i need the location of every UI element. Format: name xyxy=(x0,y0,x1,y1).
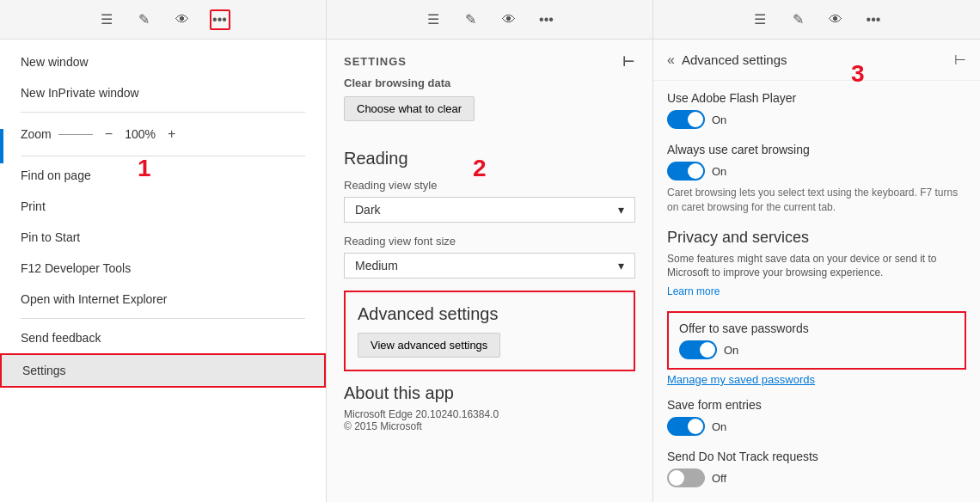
more-icon-3[interactable]: ••• xyxy=(863,9,884,30)
reading-font-dropdown[interactable]: Medium ▾ xyxy=(344,253,635,279)
advanced-pin-icon[interactable]: ⊢ xyxy=(954,52,966,68)
browser-menu-panel: ☰ ✎ 👁 ••• New window New InPrivate windo… xyxy=(0,0,327,502)
dnt-toggle-knob xyxy=(669,470,684,486)
menu-item-feedback[interactable]: Send feedback xyxy=(0,322,326,353)
menu-item-f12[interactable]: F12 Developer Tools xyxy=(0,253,326,284)
offer-passwords-toggle-knob xyxy=(700,342,715,358)
flash-state-label: On xyxy=(712,113,726,126)
menu-item-new-window[interactable]: New window xyxy=(0,46,326,77)
reading-icon-2[interactable]: 👁 xyxy=(499,9,519,30)
zoom-minus[interactable]: − xyxy=(100,125,118,144)
advanced-panel-header: « Advanced settings ⊢ xyxy=(653,40,980,81)
privacy-desc: Some features might save data on your de… xyxy=(667,252,966,281)
caret-browsing-item: Always use caret browsing On Caret brows… xyxy=(667,143,966,215)
about-copyright: © 2015 Microsoft xyxy=(344,420,635,432)
edit-icon-2[interactable]: ✎ xyxy=(461,9,481,30)
caret-desc: Caret browsing lets you select text usin… xyxy=(667,186,966,215)
step-2-label: 2 xyxy=(473,155,487,182)
save-form-toggle-row: On xyxy=(667,417,966,436)
menu-item-new-inprivate[interactable]: New InPrivate window xyxy=(0,77,326,108)
flash-toggle-row: On xyxy=(667,110,966,129)
step-1-label: 1 xyxy=(138,155,151,182)
offer-passwords-box: Offer to save passwords On xyxy=(667,311,966,370)
about-heading: About this app xyxy=(344,383,635,403)
dnt-toggle-row: Off xyxy=(667,468,966,487)
about-section: About this app Microsoft Edge 20.10240.1… xyxy=(344,383,635,432)
offer-passwords-state: On xyxy=(724,344,738,357)
menu-item-find[interactable]: Find on page xyxy=(0,160,326,191)
reading-style-dropdown[interactable]: Dark ▾ xyxy=(344,197,635,223)
reading-icon[interactable]: 👁 xyxy=(172,9,193,30)
menu-item-ie[interactable]: Open with Internet Explorer xyxy=(0,284,326,315)
advanced-settings-box: Advanced settings View advanced settings xyxy=(344,291,635,371)
zoom-plus[interactable]: + xyxy=(162,125,181,144)
menu-divider-1 xyxy=(21,112,305,113)
flash-title: Use Adobe Flash Player xyxy=(667,91,966,105)
dropdown-arrow-2: ▾ xyxy=(618,259,624,272)
caret-title: Always use caret browsing xyxy=(667,143,966,156)
privacy-section: Privacy and services Some features might… xyxy=(667,229,966,298)
save-form-title: Save form entries xyxy=(667,398,966,412)
more-icon-2[interactable]: ••• xyxy=(536,9,557,30)
manage-passwords-link[interactable]: Manage my saved passwords xyxy=(667,373,966,386)
left-accent-bar xyxy=(0,129,3,163)
offer-passwords-toggle[interactable] xyxy=(679,340,717,359)
reading-font-label: Reading view font size xyxy=(344,235,635,248)
advanced-panel-title-row: « Advanced settings xyxy=(667,52,787,68)
hamburger-icon[interactable]: ☰ xyxy=(96,9,117,30)
edit-icon[interactable]: ✎ xyxy=(134,9,155,30)
zoom-line xyxy=(58,134,93,135)
caret-toggle-row: On xyxy=(667,162,966,181)
advanced-settings-panel: ☰ ✎ 👁 ••• « Advanced settings ⊢ Use Adob… xyxy=(653,0,980,502)
settings-panel: ☰ ✎ 👁 ••• SETTINGS ⊢ Clear browsing data… xyxy=(327,0,653,502)
dropdown-arrow-1: ▾ xyxy=(618,203,624,217)
menu-item-print[interactable]: Print xyxy=(0,191,326,222)
privacy-title: Privacy and services xyxy=(667,229,966,247)
reading-font-value: Medium xyxy=(355,259,398,272)
flash-player-item: Use Adobe Flash Player On xyxy=(667,91,966,129)
edit-icon-3[interactable]: ✎ xyxy=(787,9,808,30)
menu-items-list: New window New InPrivate window Zoom − 1… xyxy=(0,40,326,502)
dnt-item: Send Do Not Track requests Off xyxy=(667,450,966,487)
caret-toggle[interactable] xyxy=(667,162,705,181)
flash-toggle[interactable] xyxy=(667,110,705,129)
view-advanced-settings-button[interactable]: View advanced settings xyxy=(358,333,500,358)
about-version: Microsoft Edge 20.10240.16384.0 xyxy=(344,408,635,420)
hamburger-icon-2[interactable]: ☰ xyxy=(423,9,444,30)
advanced-panel-title: Advanced settings xyxy=(682,52,787,67)
more-icon-highlighted[interactable]: ••• xyxy=(210,9,230,30)
menu-item-settings[interactable]: Settings xyxy=(0,353,326,388)
save-form-state: On xyxy=(712,420,726,433)
settings-pin-icon[interactable]: ⊢ xyxy=(622,53,635,70)
menu-item-pin[interactable]: Pin to Start xyxy=(0,222,326,253)
caret-state-label: On xyxy=(712,165,726,178)
save-form-toggle-knob xyxy=(688,419,703,434)
save-form-item: Save form entries On xyxy=(667,398,966,436)
choose-what-to-clear-button[interactable]: Choose what to clear xyxy=(344,96,475,121)
menu-divider-2 xyxy=(21,156,305,156)
reading-style-value: Dark xyxy=(355,203,381,217)
save-form-toggle[interactable] xyxy=(667,417,705,436)
advanced-content: Use Adobe Flash Player On Always use car… xyxy=(653,81,980,502)
reading-icon-3[interactable]: 👁 xyxy=(825,9,846,30)
reading-heading: Reading xyxy=(344,149,635,168)
advanced-settings-heading: Advanced settings xyxy=(358,304,622,324)
caret-toggle-knob xyxy=(688,163,703,179)
browser-toolbar-1: ☰ ✎ 👁 ••• xyxy=(0,0,326,40)
hamburger-icon-3[interactable]: ☰ xyxy=(750,9,770,30)
settings-title: SETTINGS xyxy=(344,55,407,68)
learn-more-link[interactable]: Learn more xyxy=(667,285,720,297)
settings-header: SETTINGS ⊢ xyxy=(327,40,652,77)
settings-content: Clear browsing data Choose what to clear… xyxy=(327,77,652,502)
flash-toggle-knob xyxy=(688,112,703,127)
offer-passwords-title: Offer to save passwords xyxy=(679,321,954,335)
zoom-label: Zoom xyxy=(21,127,52,141)
back-arrow-icon[interactable]: « xyxy=(667,52,675,68)
menu-divider-3 xyxy=(21,318,305,319)
browser-toolbar-2: ☰ ✎ 👁 ••• xyxy=(327,0,652,40)
dnt-title: Send Do Not Track requests xyxy=(667,450,966,463)
clear-data-label: Clear browsing data xyxy=(344,77,635,89)
reading-style-label: Reading view style xyxy=(344,179,635,192)
zoom-control: Zoom − 100% + xyxy=(0,116,326,152)
dnt-toggle[interactable] xyxy=(667,468,705,487)
